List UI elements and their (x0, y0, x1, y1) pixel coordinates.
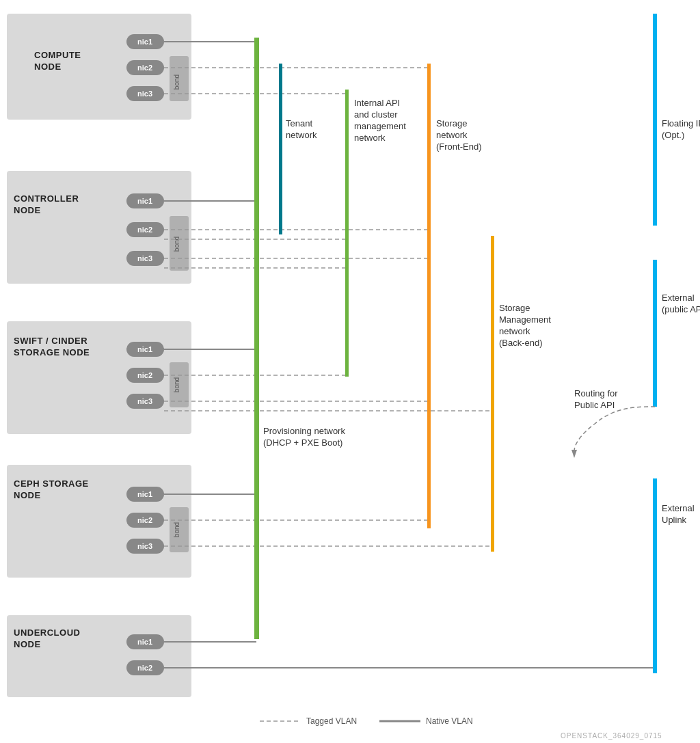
svg-rect-29 (126, 634, 164, 649)
svg-text:Management: Management (499, 314, 551, 325)
svg-rect-21 (126, 394, 164, 409)
svg-text:(Back-end): (Back-end) (499, 338, 543, 348)
svg-text:(public API): (public API) (662, 304, 700, 314)
svg-text:bond: bond (173, 522, 180, 537)
svg-text:Floating IP: Floating IP (662, 118, 700, 129)
svg-text:bond: bond (173, 75, 180, 90)
svg-rect-19 (126, 368, 164, 383)
svg-text:(Front-End): (Front-End) (436, 141, 481, 152)
svg-rect-68 (254, 38, 259, 639)
svg-text:management: management (354, 121, 406, 131)
svg-rect-74 (653, 260, 657, 407)
svg-text:nic3: nic3 (137, 542, 152, 550)
svg-rect-17 (126, 342, 164, 357)
svg-rect-15 (126, 251, 164, 266)
svg-text:Routing for: Routing for (574, 388, 618, 398)
svg-text:STORAGE NODE: STORAGE NODE (14, 347, 90, 357)
diagram-container: nic1 nic2 nic3 nic1 nic2 nic3 nic1 nic2 … (0, 0, 700, 743)
svg-text:nic1: nic1 (137, 345, 152, 353)
svg-text:nic2: nic2 (137, 371, 152, 379)
svg-text:(Opt.): (Opt.) (662, 130, 684, 140)
svg-text:nic2: nic2 (137, 64, 152, 72)
svg-text:OPENSTACK_364029_0715: OPENSTACK_364029_0715 (561, 732, 662, 740)
svg-text:Tagged VLAN: Tagged VLAN (306, 716, 357, 726)
svg-text:NODE: NODE (14, 205, 41, 215)
svg-rect-4 (7, 615, 191, 697)
svg-rect-70 (345, 90, 349, 377)
svg-rect-39 (170, 507, 189, 552)
svg-text:Provisioning network: Provisioning network (263, 426, 345, 436)
svg-rect-3 (7, 465, 191, 578)
svg-text:(DHCP + PXE Boot): (DHCP + PXE Boot) (263, 437, 342, 448)
svg-rect-31 (126, 660, 164, 675)
svg-text:Storage: Storage (499, 303, 530, 313)
svg-text:nic3: nic3 (137, 397, 152, 405)
svg-rect-23 (126, 487, 164, 502)
svg-rect-72 (491, 236, 494, 552)
svg-text:nic2: nic2 (137, 226, 152, 234)
svg-text:nic1: nic1 (137, 38, 152, 46)
svg-rect-69 (279, 64, 282, 234)
svg-text:External: External (662, 503, 695, 513)
svg-rect-25 (126, 513, 164, 528)
svg-rect-2 (7, 321, 191, 434)
svg-text:nic1: nic1 (137, 638, 152, 646)
svg-text:Internal API: Internal API (354, 98, 400, 108)
svg-text:External: External (662, 293, 695, 303)
svg-rect-27 (126, 539, 164, 554)
svg-text:NODE: NODE (14, 490, 41, 500)
svg-text:NODE: NODE (34, 62, 62, 72)
svg-rect-75 (653, 478, 657, 673)
svg-rect-11 (126, 193, 164, 208)
svg-rect-9 (126, 86, 164, 101)
svg-rect-1 (7, 171, 191, 284)
svg-text:Native VLAN: Native VLAN (426, 716, 473, 726)
svg-text:nic2: nic2 (137, 516, 152, 524)
svg-text:nic2: nic2 (137, 664, 152, 672)
svg-rect-5 (126, 34, 164, 49)
svg-text:Tenant: Tenant (286, 118, 312, 129)
svg-text:nic3: nic3 (137, 254, 152, 262)
svg-text:CEPH STORAGE: CEPH STORAGE (14, 478, 89, 489)
svg-text:bond: bond (173, 377, 180, 392)
svg-rect-73 (653, 14, 657, 226)
svg-rect-33 (170, 56, 189, 101)
svg-text:nic1: nic1 (137, 490, 152, 498)
svg-text:nic3: nic3 (137, 90, 152, 98)
svg-text:NODE: NODE (14, 639, 41, 649)
svg-text:Public API: Public API (574, 400, 615, 410)
svg-text:and cluster: and cluster (354, 109, 398, 120)
svg-text:bond: bond (173, 237, 180, 252)
svg-text:network: network (286, 130, 317, 140)
svg-rect-71 (427, 64, 431, 528)
svg-text:UNDERCLOUD: UNDERCLOUD (14, 627, 80, 638)
network-diagram-svg: nic1 nic2 nic3 nic1 nic2 nic3 nic1 nic2 … (0, 0, 700, 743)
svg-text:SWIFT / CINDER: SWIFT / CINDER (14, 336, 88, 346)
svg-text:network: network (499, 326, 530, 336)
svg-text:network: network (354, 133, 386, 143)
svg-text:Storage: Storage (436, 118, 468, 129)
svg-rect-37 (170, 362, 189, 407)
svg-text:nic1: nic1 (137, 197, 152, 205)
svg-rect-0 (7, 14, 191, 120)
svg-rect-13 (126, 222, 164, 237)
svg-rect-35 (170, 216, 189, 271)
svg-marker-99 (571, 450, 577, 458)
svg-text:CONTROLLER: CONTROLLER (14, 193, 79, 204)
svg-text:network: network (436, 130, 468, 140)
svg-text:Uplink: Uplink (662, 515, 687, 525)
svg-rect-7 (126, 60, 164, 75)
svg-text:COMPUTE: COMPUTE (34, 50, 81, 60)
